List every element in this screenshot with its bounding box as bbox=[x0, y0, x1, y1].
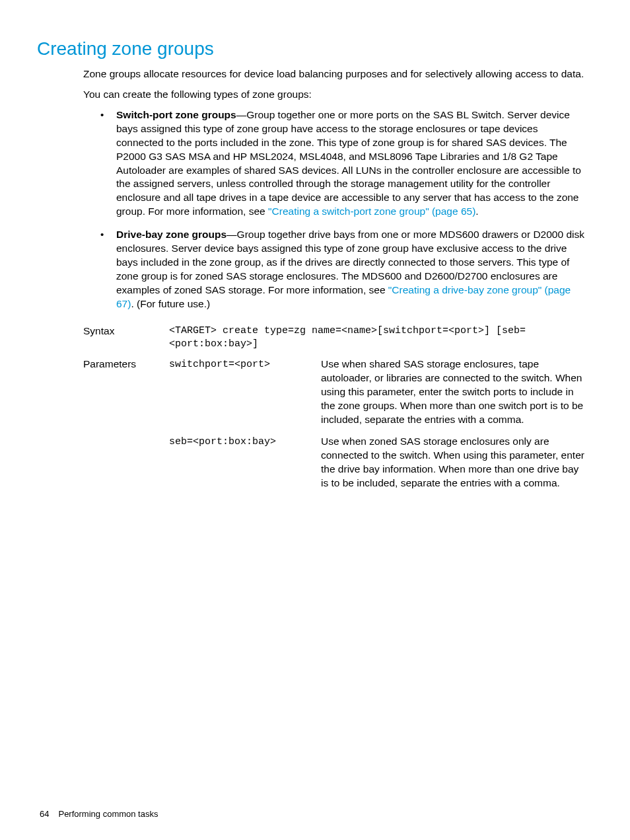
parameters-row: Parameters switchport=<port> Use when sh… bbox=[83, 358, 585, 498]
page-number: 64 bbox=[40, 809, 49, 819]
param-desc: Use when zoned SAS storage enclosures on… bbox=[321, 435, 585, 490]
bullet-switch-port: Switch-port zone groups—Group together o… bbox=[96, 108, 585, 219]
syntax-row: Syntax <TARGET> create type=zg name=<nam… bbox=[83, 325, 585, 352]
bullet-drive-bay: Drive-bay zone groups—Group together dri… bbox=[96, 228, 585, 311]
param-name: switchport=<port> bbox=[169, 358, 321, 371]
bullet-title: Switch-port zone groups bbox=[116, 109, 236, 120]
intro-paragraph-1: Zone groups allocate resources for devic… bbox=[83, 67, 585, 81]
page-footer: 64Performing common tasks bbox=[40, 809, 158, 819]
param-switchport: switchport=<port> Use when shared SAS st… bbox=[169, 358, 585, 427]
link-switch-port-zone-group[interactable]: "Creating a switch-port zone group" (pag… bbox=[268, 206, 475, 217]
syntax-value: <TARGET> create type=zg name=<name>[swit… bbox=[169, 325, 585, 352]
page-heading: Creating zone groups bbox=[37, 38, 590, 59]
bullet-text: —Group together one or more ports on the… bbox=[116, 109, 581, 217]
param-seb: seb=<port:box:bay> Use when zoned SAS st… bbox=[169, 435, 585, 490]
param-desc: Use when shared SAS storage enclosures, … bbox=[321, 358, 585, 427]
bullet-after: . bbox=[475, 206, 478, 217]
bullet-title: Drive-bay zone groups bbox=[116, 229, 227, 240]
syntax-label: Syntax bbox=[83, 325, 169, 337]
bullet-after: . (For future use.) bbox=[131, 298, 210, 309]
footer-title: Performing common tasks bbox=[58, 809, 158, 819]
param-name: seb=<port:box:bay> bbox=[169, 435, 321, 449]
intro-paragraph-2: You can create the following types of zo… bbox=[83, 88, 585, 102]
parameters-label: Parameters bbox=[83, 358, 169, 370]
